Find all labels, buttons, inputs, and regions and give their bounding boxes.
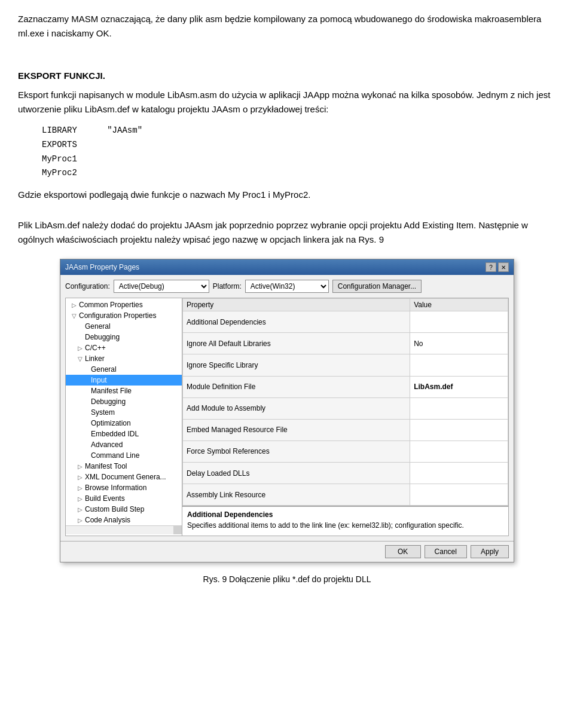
tree-item-xml-doc[interactable]: ▷XML Document Genera... [66, 472, 182, 482]
tree-item-general2[interactable]: General [66, 364, 182, 375]
table-row[interactable]: Add Module to Assembly [183, 397, 508, 419]
tree-item-label-common-props: Common Properties [79, 301, 143, 309]
tree-item-common-props[interactable]: ▷Common Properties [66, 299, 182, 310]
table-row[interactable]: Force Symbol References [183, 441, 508, 462]
tree-item-label-manifest-tool: Manifest Tool [85, 462, 127, 470]
tree-item-c-cpp[interactable]: ▷C/C++ [66, 342, 182, 353]
table-row[interactable]: Ignore All Default LibrariesNo [183, 333, 508, 354]
ok-button[interactable]: OK [385, 545, 421, 558]
tree-item-code-analysis[interactable]: ▷Code Analysis [66, 515, 182, 525]
col-value-header: Value [410, 299, 508, 311]
tree-item-debugging2[interactable]: Debugging [66, 396, 182, 407]
expand-icon-linker: ▽ [78, 356, 84, 362]
tree-item-advanced[interactable]: Advanced [66, 439, 182, 450]
tree-item-input[interactable]: Input [66, 375, 182, 386]
prop-name-4: Add Module to Assembly [183, 397, 410, 419]
props-panel: Property Value Additional DependenciesIg… [182, 298, 508, 536]
tree-item-system[interactable]: System [66, 407, 182, 418]
tree-item-build-events[interactable]: ▷Build Events [66, 493, 182, 504]
tree-item-label-debugging: Debugging [85, 333, 120, 341]
tree-scrollbar-row [66, 525, 182, 534]
prop-value-3: LibAsm.def [410, 376, 508, 397]
platform-select[interactable]: Active(Win32) [245, 280, 329, 293]
tree-item-label-browse-info: Browse Information [85, 484, 146, 492]
config-row: Configuration: Active(Debug) Platform: A… [65, 280, 509, 293]
dialog-title: JAAsm Property Pages [65, 263, 139, 271]
prop-name-1: Ignore All Default Libraries [183, 333, 410, 354]
close-button[interactable]: ✕ [498, 262, 509, 272]
paragraph-1: Zaznaczamy MASM oznaczającą, że dany pli… [18, 12, 556, 41]
tree-item-debugging[interactable]: Debugging [66, 332, 182, 342]
tree-item-label-general: General [85, 322, 111, 331]
table-row[interactable]: Delay Loaded DLLs [183, 462, 508, 484]
tree-item-label-general2: General [91, 365, 117, 374]
tree-item-browse-info[interactable]: ▷Browse Information [66, 482, 182, 493]
tree-container: ▷Common Properties▽Configuration Propert… [66, 299, 182, 525]
tree-item-manifest-file[interactable]: Manifest File [66, 386, 182, 396]
tree-item-label-custom-build: Custom Build Step [85, 505, 144, 513]
config-label: Configuration: [65, 282, 110, 290]
tree-item-optimization[interactable]: Optimization [66, 418, 182, 429]
expand-icon-manifest-tool: ▷ [78, 463, 84, 470]
table-row[interactable]: Assembly Link Resource [183, 484, 508, 506]
prop-value-6 [410, 441, 508, 462]
prop-name-2: Ignore Specific Library [183, 354, 410, 376]
prop-name-5: Embed Managed Resource File [183, 419, 410, 441]
dialog-titlebar: JAAsm Property Pages ? ✕ [60, 259, 514, 275]
tree-item-config-props[interactable]: ▽Configuration Properties [66, 310, 182, 321]
tree-item-label-config-props: Configuration Properties [79, 311, 156, 320]
prop-value-4 [410, 397, 508, 419]
prop-name-3: Module Definition File [183, 376, 410, 397]
cancel-button[interactable]: Cancel [425, 545, 467, 558]
tree-item-custom-build[interactable]: ▷Custom Build Step [66, 504, 182, 515]
tree-item-command-line[interactable]: Command Line [66, 450, 182, 461]
col-property-header: Property [183, 299, 410, 311]
prop-name-8: Assembly Link Resource [183, 484, 410, 506]
paragraph-4: Gdzie eksportowi podlegają dwie funkcje … [18, 188, 556, 202]
tree-item-label-input: Input [91, 376, 107, 384]
dialog-body: Configuration: Active(Debug) Platform: A… [60, 275, 514, 541]
section-heading: EKSPORT FUNKCJI. [18, 69, 556, 83]
dialog-footer: OK Cancel Apply [60, 541, 514, 562]
expand-icon-custom-build: ▷ [78, 506, 84, 513]
prop-name-7: Delay Loaded DLLs [183, 462, 410, 484]
dialog-wrapper: JAAsm Property Pages ? ✕ Configuration: … [18, 259, 556, 562]
prop-name-6: Force Symbol References [183, 441, 410, 462]
tree-item-label-system: System [91, 408, 115, 417]
platform-label: Platform: [213, 282, 242, 290]
props-table: Property Value Additional DependenciesIg… [182, 298, 508, 506]
tree-item-general[interactable]: General [66, 321, 182, 332]
property-pages-dialog: JAAsm Property Pages ? ✕ Configuration: … [60, 259, 514, 562]
prop-value-5 [410, 419, 508, 441]
apply-button[interactable]: Apply [471, 545, 509, 558]
tree-item-linker[interactable]: ▽Linker [66, 353, 182, 364]
prop-value-8 [410, 484, 508, 506]
tree-item-label-manifest-file: Manifest File [91, 387, 132, 395]
help-button[interactable]: ? [486, 262, 496, 272]
table-row[interactable]: Ignore Specific Library [183, 354, 508, 376]
tree-horizontal-scrollbar[interactable] [66, 526, 173, 534]
tree-item-label-optimization: Optimization [91, 419, 131, 427]
prop-value-2 [410, 354, 508, 376]
expand-icon-browse-info: ▷ [78, 485, 84, 491]
config-select[interactable]: Active(Debug) [114, 280, 209, 293]
tree-item-label-code-analysis: Code Analysis [85, 516, 130, 524]
expand-icon-xml-doc: ▷ [78, 474, 84, 481]
tree-item-label-c-cpp: C/C++ [85, 344, 106, 352]
tree-item-manifest-tool[interactable]: ▷Manifest Tool [66, 461, 182, 472]
table-row[interactable]: Embed Managed Resource File [183, 419, 508, 441]
props-tbody: Additional DependenciesIgnore All Defaul… [183, 311, 508, 506]
prop-value-1: No [410, 333, 508, 354]
expand-icon-common-props: ▷ [72, 302, 78, 308]
paragraph-5: Plik LibAsm.def należy dodać do projektu… [18, 218, 556, 247]
tree-item-label-linker: Linker [85, 354, 105, 363]
table-row[interactable]: Module Definition FileLibAsm.def [183, 376, 508, 397]
expand-icon-code-analysis: ▷ [78, 517, 84, 524]
tree-item-label-embedded-idl: Embedded IDL [91, 430, 139, 438]
prop-name-0: Additional Dependencies [183, 311, 410, 333]
tree-item-embedded-idl[interactable]: Embedded IDL [66, 429, 182, 439]
table-row[interactable]: Additional Dependencies [183, 311, 508, 333]
config-manager-button[interactable]: Configuration Manager... [332, 280, 422, 293]
figure-caption: Rys. 9 Dołączenie pliku *.def do projekt… [18, 574, 556, 584]
tree-item-label-build-events: Build Events [85, 494, 125, 503]
